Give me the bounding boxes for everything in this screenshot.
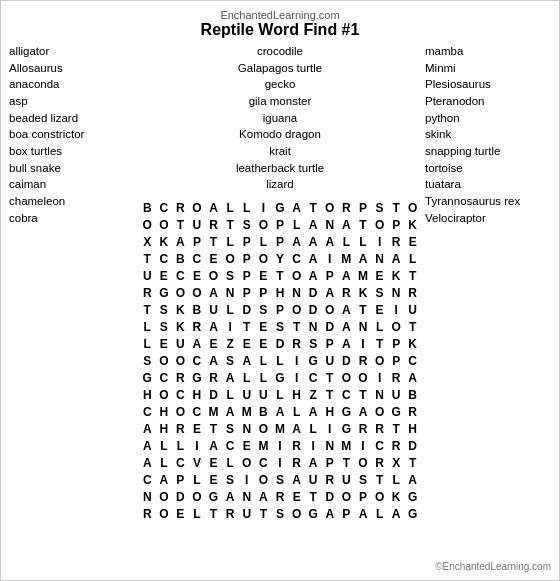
grid-cell: D — [272, 335, 289, 352]
grid-cell: O — [388, 318, 405, 335]
table-row: B C R O A L L I G A T O R P S — [139, 199, 421, 216]
grid-cell: S — [222, 420, 239, 437]
grid-cell: K — [156, 233, 173, 250]
grid-cell: O — [156, 505, 173, 522]
grid-cell: B — [172, 250, 189, 267]
grid-cell: A — [305, 233, 322, 250]
grid-cell: A — [404, 369, 421, 386]
grid-cell: L — [238, 369, 255, 386]
grid-cell: I — [272, 437, 289, 454]
grid-cell: T — [205, 420, 222, 437]
grid-cell: O — [189, 199, 206, 216]
grid-cell: A — [139, 420, 156, 437]
grid-cell: B — [255, 403, 272, 420]
grid-cell: B — [404, 386, 421, 403]
list-item: bull snake — [9, 160, 135, 177]
grid-cell: L — [139, 335, 156, 352]
grid-cell: O — [355, 454, 372, 471]
grid-cell: C — [338, 386, 355, 403]
table-row: A L L I A C E M I R I N M I C — [139, 437, 421, 454]
grid-cell: E — [205, 335, 222, 352]
grid-cell: G — [272, 199, 289, 216]
grid-cell: A — [288, 471, 305, 488]
grid-cell: O — [371, 488, 388, 505]
grid-cell: S — [222, 267, 239, 284]
grid-cell: C — [189, 352, 206, 369]
grid-cell: D — [305, 284, 322, 301]
grid-cell: T — [355, 386, 372, 403]
list-item: krait — [139, 143, 421, 160]
grid-cell: E — [255, 335, 272, 352]
grid-cell: H — [404, 420, 421, 437]
grid-cell: P — [272, 233, 289, 250]
center-word-list: crocodile Galapagos turtle gecko gila mo… — [139, 43, 421, 193]
grid-cell: O — [189, 284, 206, 301]
table-row: G C R G R A L L G I C T O O I — [139, 369, 421, 386]
grid-cell: T — [205, 233, 222, 250]
grid-cell: S — [222, 471, 239, 488]
grid-cell: O — [288, 301, 305, 318]
grid-cell: P — [255, 284, 272, 301]
grid-cell: E — [205, 250, 222, 267]
grid-cell: I — [189, 437, 206, 454]
grid-cell: R — [338, 199, 355, 216]
table-row: T C B C E O P O Y C A I M A N — [139, 250, 421, 267]
grid-cell: S — [222, 352, 239, 369]
list-item: lizard — [139, 176, 421, 193]
page-title: Reptile Word Find #1 — [9, 21, 551, 39]
grid-cell: O — [222, 250, 239, 267]
grid-cell: E — [189, 267, 206, 284]
grid-cell: R — [288, 454, 305, 471]
list-item: Velociraptor — [425, 210, 551, 227]
grid-cell: A — [388, 250, 405, 267]
grid-cell: L — [305, 420, 322, 437]
grid-cell: I — [238, 471, 255, 488]
grid-cell: E — [156, 335, 173, 352]
grid-cell: A — [355, 505, 372, 522]
grid-cell: A — [205, 318, 222, 335]
grid-cell: T — [355, 301, 372, 318]
grid-cell: R — [189, 318, 206, 335]
grid-cell: C — [371, 437, 388, 454]
grid-cell: T — [305, 488, 322, 505]
grid-cell: R — [205, 216, 222, 233]
grid-cell: O — [238, 454, 255, 471]
list-item: gila monster — [139, 93, 421, 110]
grid-cell: I — [288, 352, 305, 369]
grid-cell: O — [255, 250, 272, 267]
grid-cell: G — [189, 369, 206, 386]
list-item: Minmi — [425, 60, 551, 77]
grid-cell: R — [388, 437, 405, 454]
grid-cell: I — [355, 335, 372, 352]
grid-cell: A — [222, 403, 239, 420]
grid-cell: A — [288, 199, 305, 216]
grid-cell: X — [388, 454, 405, 471]
left-word-list: alligator Allosaurus anaconda asp beaded… — [9, 43, 139, 559]
grid-cell: P — [321, 267, 338, 284]
grid-cell: N — [371, 250, 388, 267]
grid-cell: E — [371, 301, 388, 318]
grid-cell: G — [205, 488, 222, 505]
grid-cell: A — [205, 199, 222, 216]
list-item: leatherback turtle — [139, 160, 421, 177]
grid-cell: R — [404, 284, 421, 301]
grid-cell: S — [272, 318, 289, 335]
grid-cell: O — [172, 284, 189, 301]
list-item: Plesiosaurus — [425, 76, 551, 93]
grid-cell: A — [388, 505, 405, 522]
grid-cell: C — [139, 471, 156, 488]
grid-cell: D — [238, 301, 255, 318]
grid-cell: H — [272, 284, 289, 301]
grid-cell: C — [139, 403, 156, 420]
grid-cell: G — [305, 505, 322, 522]
grid-cell: C — [156, 199, 173, 216]
grid-cell: I — [288, 369, 305, 386]
grid-cell: O — [156, 352, 173, 369]
grid-cell: R — [288, 335, 305, 352]
grid-cell: V — [189, 454, 206, 471]
grid-cell: E — [205, 454, 222, 471]
grid-cell: T — [238, 318, 255, 335]
grid-cell: A — [355, 250, 372, 267]
grid-cell: N — [321, 216, 338, 233]
grid-cell: P — [272, 216, 289, 233]
